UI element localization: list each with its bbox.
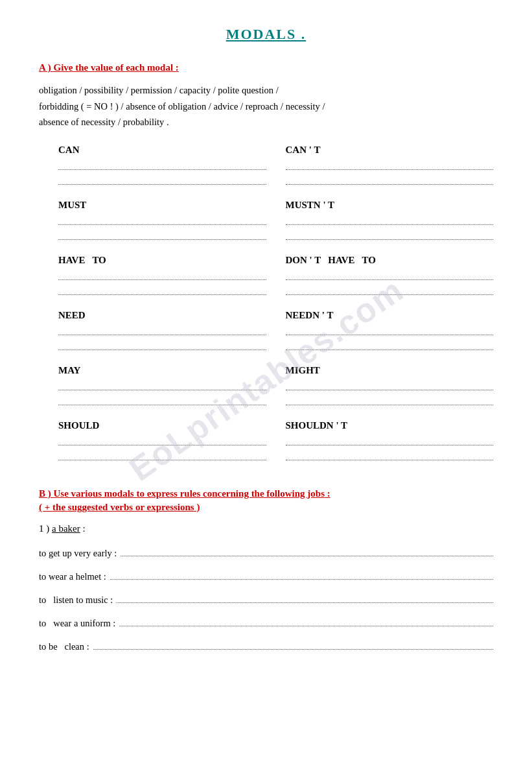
section-a-header: A ) Give the value of each modal : <box>39 62 493 73</box>
modal-neednt-line2[interactable] <box>286 338 494 350</box>
job1-name: a baker <box>52 523 80 534</box>
modal-may-line1[interactable] <box>58 379 266 390</box>
modal-have-to-line2[interactable] <box>58 283 266 295</box>
modal-shouldnt-label: SHOULDN ' T <box>286 420 494 431</box>
modal-dont-have-to-label: DON ' T HAVE TO <box>286 255 494 266</box>
modal-must-label: MUST <box>58 200 266 211</box>
modal-might-line1[interactable] <box>286 379 494 390</box>
exercise-line-2-dots[interactable] <box>110 568 493 580</box>
modal-cant: CAN ' T <box>286 145 494 188</box>
vocab-line-2: forbidding ( = NO ! ) / absence of oblig… <box>39 99 493 115</box>
modal-can-line1[interactable] <box>58 158 266 170</box>
exercise-lines: to get up very early : to wear a helmet … <box>39 545 493 652</box>
modal-neednt-label: NEEDN ' T <box>286 310 494 321</box>
exercise-line-2-text: to wear a helmet : <box>39 571 106 582</box>
modal-dont-have-to-line2[interactable] <box>286 283 494 295</box>
job1-label: 1 ) a baker : <box>39 523 493 534</box>
modal-need: NEED <box>58 310 266 353</box>
job1-number: 1 ) <box>39 523 52 534</box>
vocab-list: obligation / possibility / permission / … <box>39 82 493 130</box>
modal-should-line2[interactable] <box>58 449 266 460</box>
modal-need-line2[interactable] <box>58 338 266 350</box>
exercise-line-3: to listen to music : <box>39 591 493 606</box>
modal-cant-line1[interactable] <box>286 158 494 170</box>
modal-may: MAY <box>58 365 266 409</box>
modal-mustnt-line1[interactable] <box>286 213 494 225</box>
exercise-line-2: to wear a helmet : <box>39 568 493 582</box>
exercise-line-4: to wear a uniform : <box>39 615 493 629</box>
vocab-line-1: obligation / possibility / permission / … <box>39 82 493 99</box>
modal-might-label: MIGHT <box>286 365 494 376</box>
exercise-line-4-text: to wear a uniform : <box>39 618 115 629</box>
exercise-line-3-text: to listen to music : <box>39 595 113 606</box>
exercise-line-5-text: to be clean : <box>39 641 89 652</box>
modal-may-label: MAY <box>58 365 266 376</box>
exercise-line-1-text: to get up very early : <box>39 548 117 559</box>
modal-should: SHOULD <box>58 420 266 464</box>
vocab-line-3: absence of necessity / probability . <box>39 114 493 130</box>
modal-can-line2[interactable] <box>58 173 266 185</box>
modal-cant-line2[interactable] <box>286 173 494 185</box>
modal-shouldnt: SHOULDN ' T <box>286 420 494 464</box>
page-title: MODALS . <box>39 26 493 43</box>
modal-neednt-line1[interactable] <box>286 324 494 335</box>
modal-cant-label: CAN ' T <box>286 145 494 156</box>
modals-grid: CAN CAN ' T MUST MUSTN ' T HAVE TO DON '… <box>58 145 493 475</box>
section-b-header: B ) Use various modals to express rules … <box>39 488 493 499</box>
modal-neednt: NEEDN ' T <box>286 310 494 353</box>
modal-may-line2[interactable] <box>58 394 266 405</box>
modal-need-label: NEED <box>58 310 266 321</box>
section-b-sub: ( + the suggested verbs or expressions ) <box>39 502 493 513</box>
exercise-line-1: to get up very early : <box>39 545 493 559</box>
modal-shouldnt-line1[interactable] <box>286 434 494 445</box>
modal-must-line1[interactable] <box>58 213 266 225</box>
modal-mustnt: MUSTN ' T <box>286 200 494 243</box>
modal-need-line1[interactable] <box>58 324 266 335</box>
exercise-line-3-dots[interactable] <box>117 591 493 603</box>
exercise-line-1-dots[interactable] <box>121 545 493 556</box>
modal-might-line2[interactable] <box>286 394 494 405</box>
modal-should-line1[interactable] <box>58 434 266 445</box>
modal-should-label: SHOULD <box>58 420 266 431</box>
modal-have-to: HAVE TO <box>58 255 266 298</box>
modal-dont-have-to-line1[interactable] <box>286 268 494 280</box>
job1-colon: : <box>80 523 86 534</box>
exercise-line-4-dots[interactable] <box>119 615 493 626</box>
modal-might: MIGHT <box>286 365 494 409</box>
modal-dont-have-to: DON ' T HAVE TO <box>286 255 494 298</box>
modal-have-to-label: HAVE TO <box>58 255 266 266</box>
modal-can-label: CAN <box>58 145 266 156</box>
modal-shouldnt-line2[interactable] <box>286 449 494 460</box>
exercise-line-5-dots[interactable] <box>93 638 493 650</box>
exercise-line-5: to be clean : <box>39 638 493 652</box>
modal-mustnt-label: MUSTN ' T <box>286 200 494 211</box>
modal-can: CAN <box>58 145 266 188</box>
modal-have-to-line1[interactable] <box>58 268 266 280</box>
modal-must-line2[interactable] <box>58 228 266 240</box>
modal-mustnt-line2[interactable] <box>286 228 494 240</box>
modal-must: MUST <box>58 200 266 243</box>
